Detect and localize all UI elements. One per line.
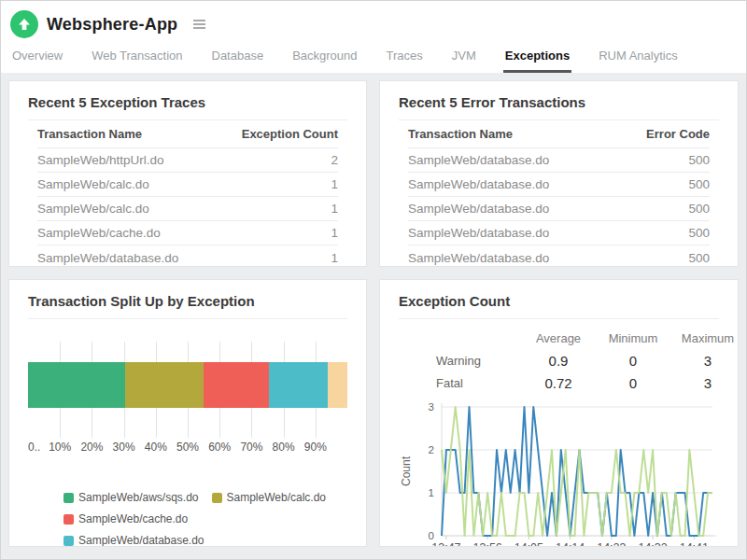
value-cell: 500 [688, 177, 710, 191]
exception-count-stats: AverageMinimumMaximumWarning0.903Fatal0.… [399, 327, 739, 394]
tab-web-transaction[interactable]: Web Transaction [90, 49, 184, 73]
transaction-name-cell: SampleWeb/httpUrl.do [37, 153, 164, 167]
legend-swatch [212, 493, 222, 503]
svg-text:14:32: 14:32 [638, 541, 667, 547]
legend-label: SampleWeb/database.do [78, 534, 204, 547]
line-chart: 012313:4713:5614:0514:1414:2314:3214:41C… [399, 399, 719, 547]
stats-corner [399, 327, 521, 349]
panel-title: Transaction Split Up by Exception [28, 291, 347, 319]
bar-segment-sqs.do[interactable] [28, 362, 125, 408]
bar-segment-calc.do[interactable] [125, 362, 204, 408]
stats-column-header: Average [521, 327, 596, 349]
column-header: Exception Count [242, 127, 338, 141]
transaction-name-cell: SampleWeb/cache.do [37, 226, 161, 240]
column-header: Transaction Name [37, 127, 142, 141]
value-cell: 1 [331, 177, 338, 191]
stats-value: 0 [596, 371, 670, 394]
legend-item[interactable]: SampleWeb/database.do [63, 534, 204, 547]
value-cell: 500 [688, 153, 710, 167]
bar-stack [28, 362, 347, 408]
x-tick-label: 50% [176, 441, 199, 454]
bar-chart-x-axis: 0..10%20%30%40%50%60%70%80%90% [28, 441, 347, 457]
stats-value: 3 [670, 349, 739, 371]
tab-database[interactable]: Database [210, 49, 266, 73]
bar-segment-database.do[interactable] [269, 362, 328, 408]
table-row: SampleWeb/database.do500 [408, 148, 710, 173]
x-tick-label: 80% [273, 441, 295, 454]
x-tick-label: 90% [304, 441, 327, 454]
panel-title: Recent 5 Exception Traces [28, 92, 347, 120]
table-row: SampleWeb/httpUrl.do2 [37, 148, 338, 173]
transaction-name-cell: SampleWeb/database.do [408, 202, 549, 216]
stats-value: 0 [596, 349, 670, 371]
x-tick-label: 20% [80, 441, 103, 454]
panel-recent-exception-traces: Recent 5 Exception Traces Transaction Na… [8, 80, 367, 267]
tab-rum-analytics[interactable]: RUM Analytics [597, 49, 680, 73]
legend-item[interactable]: SampleWeb/aws/sqs.do [63, 491, 199, 504]
error-transactions-table: Transaction NameError CodeSampleWeb/data… [399, 120, 719, 267]
tab-background[interactable]: Background [290, 49, 359, 73]
value-cell: 500 [688, 226, 710, 240]
tab-traces[interactable]: Traces [385, 49, 425, 73]
value-cell: 500 [688, 251, 710, 265]
svg-text:13:47: 13:47 [431, 541, 460, 547]
stats-column-header: Minimum [596, 327, 670, 349]
svg-text:14:23: 14:23 [597, 541, 626, 547]
hamburger-menu-icon[interactable] [190, 17, 208, 32]
stats-row-label: Warning [399, 349, 521, 371]
stats-value: 0.9 [521, 349, 596, 371]
table-header-row: Transaction NameError Code [408, 120, 710, 148]
legend-label: SampleWeb/calc.do [227, 491, 327, 504]
table-row: SampleWeb/calc.do1 [37, 173, 338, 197]
up-arrow-icon [18, 18, 31, 31]
value-cell: 1 [331, 226, 338, 240]
svg-text:Count: Count [400, 455, 413, 486]
table-row: SampleWeb/database.do1 [37, 245, 338, 267]
x-tick-label: 60% [208, 441, 231, 454]
bar-segment-httpUrl.do[interactable] [328, 362, 347, 408]
transaction-name-cell: SampleWeb/calc.do [37, 177, 149, 191]
panel-title: Recent 5 Error Transactions [399, 92, 719, 120]
panel-transaction-split: Transaction Split Up by Exception 0..10%… [8, 279, 367, 547]
table-header-row: Transaction NameException Count [37, 120, 338, 148]
tab-overview[interactable]: Overview [10, 49, 64, 73]
table-row: SampleWeb/database.do500 [408, 221, 710, 245]
table-row: SampleWeb/database.do500 [408, 245, 710, 267]
column-header: Transaction Name [408, 127, 513, 141]
tab-exceptions[interactable]: Exceptions [503, 49, 571, 73]
value-cell: 500 [688, 202, 710, 216]
column-header: Error Code [646, 127, 710, 141]
legend-swatch [63, 514, 74, 525]
bar-segment-cache.do[interactable] [204, 362, 269, 408]
transaction-name-cell: SampleWeb/database.do [408, 251, 549, 265]
panel-exception-count: Exception Count AverageMinimumMaximumWar… [379, 279, 739, 547]
x-tick-label: 10% [49, 441, 71, 454]
x-tick-label: 0.. [28, 441, 40, 454]
transaction-name-cell: SampleWeb/calc.do [37, 202, 149, 216]
table-row: SampleWeb/database.do500 [408, 197, 710, 221]
table-row: SampleWeb/calc.do1 [37, 197, 338, 221]
legend-item[interactable]: SampleWeb/cache.do [63, 512, 188, 525]
series-warning [442, 407, 712, 536]
bar-chart-legend: SampleWeb/aws/sqs.doSampleWeb/calc.doSam… [63, 491, 336, 547]
svg-text:1: 1 [429, 487, 434, 498]
stats-row-label: Fatal [399, 371, 521, 394]
tab-bar: OverviewWeb TransactionDatabaseBackgroun… [10, 39, 746, 73]
main-content: Recent 5 Exception Traces Transaction Na… [1, 73, 746, 559]
stats-value: 3 [670, 371, 739, 394]
svg-text:14:05: 14:05 [514, 541, 543, 547]
page-title: Websphere-App [47, 15, 177, 35]
transaction-name-cell: SampleWeb/database.do [408, 177, 549, 191]
tab-jvm[interactable]: JVM [450, 49, 478, 73]
legend-swatch [63, 536, 74, 546]
stacked-bar-chart [28, 342, 347, 438]
legend-item[interactable]: SampleWeb/calc.do [212, 491, 327, 504]
x-tick-label: 70% [240, 441, 262, 454]
stats-column-header: Maximum [670, 327, 739, 349]
legend-swatch [63, 493, 74, 503]
x-tick-label: 40% [145, 441, 167, 454]
svg-text:14:41: 14:41 [680, 541, 709, 547]
transaction-name-cell: SampleWeb/database.do [37, 251, 178, 265]
legend-label: SampleWeb/aws/sqs.do [78, 491, 199, 504]
svg-text:0: 0 [429, 530, 434, 541]
